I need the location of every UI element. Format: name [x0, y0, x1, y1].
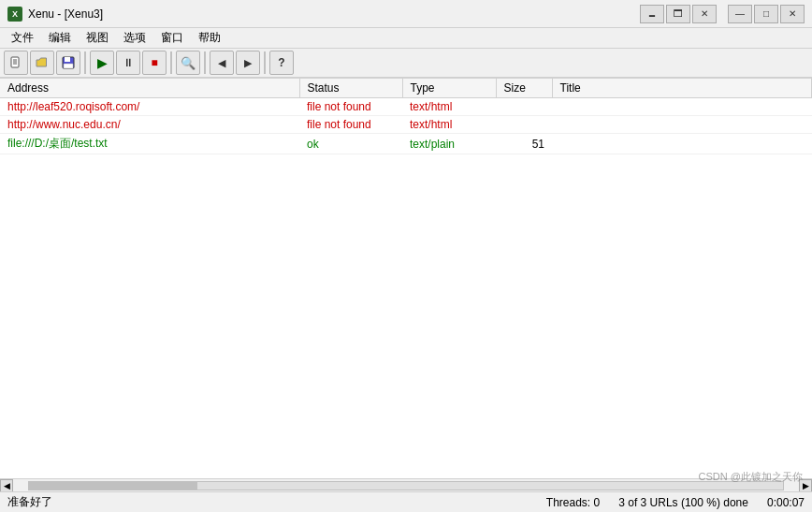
minimize-button[interactable]: —: [728, 5, 752, 23]
table-row[interactable]: http://www.nuc.edu.cn/ file not found te…: [0, 116, 812, 134]
cell-type: text/plain: [402, 134, 496, 154]
new-button[interactable]: [4, 51, 28, 75]
window-title: Xenu - [Xenu3]: [28, 7, 103, 21]
window-controls: 🗕 🗖 ✕ — □ ✕: [640, 5, 805, 23]
menu-file[interactable]: 文件: [4, 28, 41, 48]
menu-edit[interactable]: 编辑: [41, 28, 79, 48]
svg-rect-6: [64, 64, 73, 68]
cell-status: ok: [299, 134, 402, 154]
open-button[interactable]: [30, 51, 54, 75]
cell-address: http://leaf520.roqisoft.com/: [0, 98, 299, 116]
progress-status: 3 of 3 URLs (100 %) done: [618, 496, 748, 509]
table-header: Address Status Type Size Title: [0, 79, 812, 98]
inner-restore-button[interactable]: 🗖: [666, 5, 690, 23]
cell-title: [552, 116, 812, 134]
status-bar: 准备好了 Threads: 0 3 of 3 URLs (100 %) done…: [0, 491, 812, 512]
toolbar: ▶ ⏸ ■ 🔍 ◀ ▶ ?: [0, 49, 812, 79]
main-content: Address Status Type Size Title http://le…: [0, 79, 812, 478]
close-button[interactable]: ✕: [780, 5, 805, 23]
header-type: Type: [402, 79, 496, 98]
menu-help[interactable]: 帮助: [191, 28, 228, 48]
stop-button[interactable]: ■: [142, 51, 167, 75]
menu-bar: 文件 编辑 视图 选项 窗口 帮助: [0, 28, 812, 49]
cell-size: [496, 98, 552, 116]
app-icon-letter: X: [12, 9, 18, 19]
cell-address: http://www.nuc.edu.cn/: [0, 116, 299, 134]
time-status: 0:00:07: [767, 496, 805, 509]
cell-type: text/html: [402, 98, 496, 116]
cell-size: 51: [496, 134, 552, 154]
app-icon: X: [7, 7, 22, 22]
maximize-button[interactable]: □: [754, 5, 778, 23]
cell-status: file not found: [299, 98, 402, 116]
cell-address: file:///D:/桌面/test.txt: [0, 134, 299, 154]
find-button[interactable]: 🔍: [176, 51, 200, 75]
separator-4: [264, 51, 266, 74]
table-container[interactable]: Address Status Type Size Title http://le…: [0, 79, 812, 478]
svg-rect-5: [65, 57, 70, 62]
title-bar: X Xenu - [Xenu3] 🗕 🗖 ✕ — □ ✕: [0, 0, 812, 28]
pause-button[interactable]: ⏸: [116, 51, 140, 75]
header-title: Title: [552, 79, 812, 98]
back-button[interactable]: ◀: [210, 51, 234, 75]
status-message: 准备好了: [7, 494, 52, 510]
help-button[interactable]: ?: [269, 51, 294, 75]
header-address: Address: [0, 79, 299, 98]
header-status: Status: [299, 79, 402, 98]
table-row[interactable]: http://leaf520.roqisoft.com/ file not fo…: [0, 98, 812, 116]
horizontal-scrollbar[interactable]: ◀ ▶: [0, 478, 812, 491]
menu-view[interactable]: 视图: [79, 28, 116, 48]
cell-title: [552, 134, 812, 154]
cell-size: [496, 116, 552, 134]
cell-type: text/html: [402, 116, 496, 134]
status-right: Threads: 0 3 of 3 URLs (100 %) done 0:00…: [546, 496, 805, 509]
separator-1: [84, 51, 86, 74]
scroll-track[interactable]: [28, 481, 784, 490]
menu-window[interactable]: 窗口: [153, 28, 191, 48]
cell-title: [552, 98, 812, 116]
separator-3: [204, 51, 206, 74]
start-button[interactable]: ▶: [90, 51, 114, 75]
forward-button[interactable]: ▶: [236, 51, 260, 75]
cell-status: file not found: [299, 116, 402, 134]
inner-close-button[interactable]: ✕: [692, 5, 717, 23]
separator-2: [170, 51, 172, 74]
scroll-left-button[interactable]: ◀: [0, 479, 13, 492]
title-bar-left: X Xenu - [Xenu3]: [7, 7, 103, 22]
results-table: Address Status Type Size Title http://le…: [0, 79, 812, 154]
header-size: Size: [496, 79, 552, 98]
inner-minimize-button[interactable]: 🗕: [640, 5, 664, 23]
save-button[interactable]: [56, 51, 80, 75]
menu-options[interactable]: 选项: [116, 28, 153, 48]
scroll-thumb[interactable]: [29, 482, 197, 490]
table-row[interactable]: file:///D:/桌面/test.txt ok text/plain 51: [0, 134, 812, 154]
threads-status: Threads: 0: [546, 496, 600, 509]
watermark: CSDN @此镀加之天你: [699, 470, 803, 484]
